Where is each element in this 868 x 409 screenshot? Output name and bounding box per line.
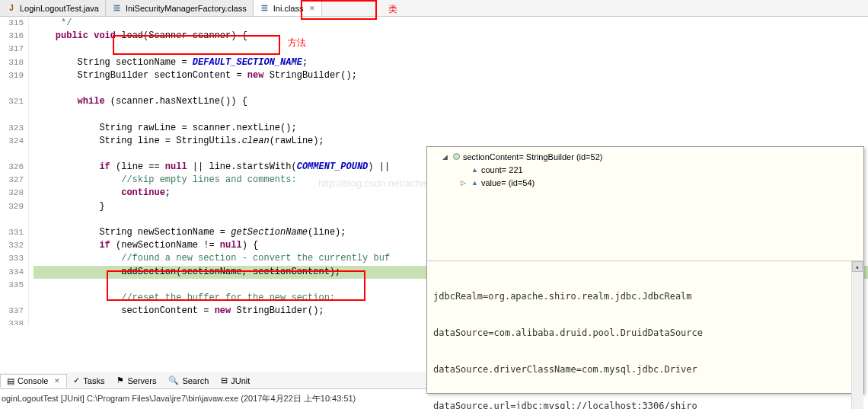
annotation-method: 方法 — [288, 37, 306, 50]
tab-tasks[interactable]: ✓ Tasks — [67, 374, 110, 387]
tab-label: Ini.class — [273, 4, 304, 13]
object-icon — [453, 153, 460, 160]
tree-root[interactable]: ◢ sectionContent= StringBuilder (id=52) — [433, 150, 857, 163]
tab-label: Console — [18, 376, 48, 385]
tree-root-label: sectionContent= StringBuilder (id=52) — [463, 152, 602, 161]
tab-servers[interactable]: ⚑ Servers — [110, 374, 162, 387]
detail-line: dataSource.driverClassName=com.mysql.jdb… — [433, 363, 857, 375]
tab-search[interactable]: 🔍 Search — [162, 374, 215, 387]
tab-loginlogouttest[interactable]: J LoginLogoutTest.java — [0, 0, 106, 16]
detail-line: dataSource.url=jdbc:mysql://localhost:33… — [433, 400, 857, 409]
search-icon: 🔍 — [168, 375, 179, 385]
tab-label: IniSecurityManagerFactory.class — [126, 4, 247, 13]
tree-value[interactable]: ▷ ▲ value= (id=54) — [433, 176, 857, 189]
tree-count-label: count= 221 — [481, 165, 523, 174]
field-icon: ▲ — [471, 179, 478, 187]
tab-label: Tasks — [83, 376, 104, 385]
class-file-icon: ☰ — [112, 3, 123, 14]
close-icon[interactable]: ✕ — [309, 5, 315, 12]
class-file-icon: ☰ — [260, 3, 270, 14]
editor-tabs: J LoginLogoutTest.java ☰ IniSecurityMana… — [0, 0, 868, 17]
line-numbers: 315316317 318319 321 323 324 326 3273283… — [0, 17, 29, 325]
console-icon: ▤ — [7, 376, 14, 386]
detail-line: jdbcRealm=org.apache.shiro.realm.jdbc.Jd… — [433, 290, 857, 302]
tab-label: LoginLogoutTest.java — [20, 4, 99, 13]
inspect-detail[interactable]: jdbcRealm=org.apache.shiro.realm.jdbc.Jd… — [427, 260, 863, 409]
collapse-icon[interactable]: ▷ — [461, 179, 468, 187]
tab-junit[interactable]: ⊟ JUnit — [215, 374, 256, 387]
scrollbar[interactable]: ▴ — [851, 261, 863, 409]
tab-console[interactable]: ▤ Console ✕ — [0, 374, 67, 388]
close-icon[interactable]: ✕ — [54, 377, 60, 385]
detail-line: dataSource=com.alibaba.druid.pool.DruidD… — [433, 327, 857, 339]
debug-inspect-popup[interactable]: ◢ sectionContent= StringBuilder (id=52) … — [426, 146, 864, 394]
console-status: oginLogoutTest [JUnit] C:\Program Files\… — [2, 393, 356, 404]
servers-icon: ⚑ — [116, 375, 124, 385]
tab-ini-class[interactable]: ☰ Ini.class ✕ — [254, 0, 323, 16]
tab-label: Servers — [127, 376, 156, 385]
tab-label: JUnit — [231, 376, 250, 385]
junit-icon: ⊟ — [221, 375, 228, 385]
expand-icon[interactable]: ◢ — [442, 153, 450, 161]
tab-inisecuritymanagerfactory[interactable]: ☰ IniSecurityManagerFactory.class — [106, 0, 254, 16]
tree-count[interactable]: ▲ count= 221 — [433, 163, 857, 176]
tasks-icon: ✓ — [73, 375, 80, 385]
field-icon: ▲ — [471, 166, 478, 174]
tab-label: Search — [182, 376, 209, 385]
bottom-view-tabs: ▤ Console ✕ ✓ Tasks ⚑ Servers 🔍 Search ⊟… — [0, 372, 426, 389]
inspect-tree[interactable]: ◢ sectionContent= StringBuilder (id=52) … — [427, 147, 863, 192]
annotation-class: 类 — [388, 3, 397, 16]
tree-value-label: value= (id=54) — [481, 178, 535, 187]
java-file-icon: J — [6, 3, 17, 14]
scroll-up-icon[interactable]: ▴ — [852, 261, 863, 272]
